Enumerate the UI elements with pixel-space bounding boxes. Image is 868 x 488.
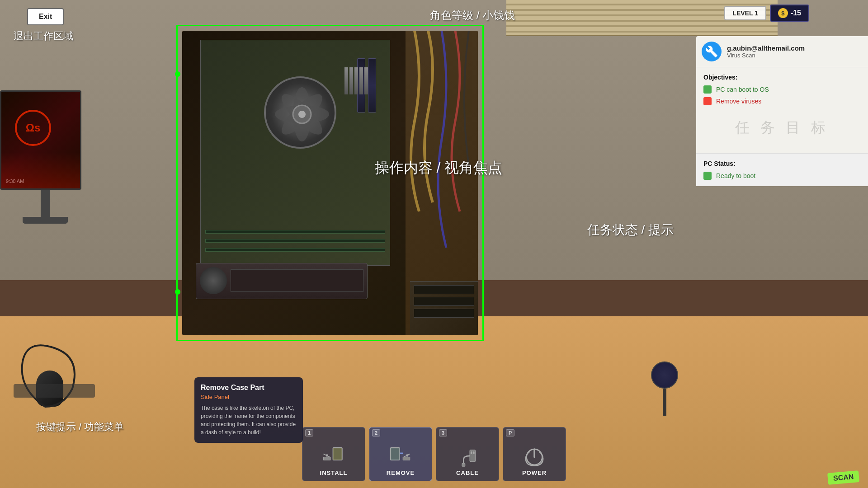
svg-rect-15 [462, 463, 465, 466]
monitor-base [23, 217, 68, 224]
label-task-status: 任务状态 / 提示 [587, 221, 674, 239]
objective-item-2: Remove viruses [703, 97, 861, 105]
svg-rect-12 [470, 450, 475, 462]
status-text: Ready to boot [716, 172, 755, 179]
money-icon: $ [778, 8, 788, 18]
panel-header-text: g.aubin@allthemail.com Virus Scan [727, 44, 805, 59]
tooltip-body: The case is like the skeleton of the PC,… [201, 404, 297, 436]
cable-label: CABLE [456, 469, 479, 476]
pc-case-inner [182, 31, 478, 335]
svg-rect-14 [473, 451, 474, 454]
keyboard-hint [14, 384, 95, 398]
toolbar-remove-button[interactable]: 2 REMOVE [369, 427, 432, 481]
objective-item-1: PC can boot to OS [703, 85, 861, 94]
svg-point-8 [326, 454, 328, 456]
svg-rect-10 [391, 448, 399, 459]
label-rank: 角色等级 / 小钱钱 [271, 8, 674, 23]
key-badge-cable: 3 [439, 429, 447, 436]
case-dot-tl [175, 71, 180, 77]
install-label: INSTALL [320, 469, 348, 476]
monitor-screen: 9:30 AM [0, 90, 81, 190]
cable-icon [456, 446, 479, 468]
objectives-section: Objectives: PC can boot to OS Remove vir… [696, 67, 868, 154]
wrench-icon [702, 42, 722, 61]
power-icon [523, 446, 546, 468]
objective-text-2: Remove viruses [716, 98, 761, 105]
level-badge: LEVEL 1 [724, 6, 766, 20]
panel-task-type: Virus Scan [727, 52, 805, 59]
storage-area [410, 281, 478, 335]
money-badge: $ -15 [770, 5, 809, 22]
status-section: PC Status: Ready to boot [696, 154, 868, 186]
pc-case-container[interactable] [176, 25, 484, 341]
monitor-logo [15, 110, 51, 146]
toolbar-power-button[interactable]: P POWER [503, 427, 566, 481]
tooltip-box: Remove Case Part Side Panel The case is … [194, 377, 303, 443]
cpu-cooler [264, 76, 336, 149]
lamp-stand [663, 389, 666, 416]
status-title: PC Status: [703, 160, 861, 167]
bottom-toolbar: 1 INSTALL 2 REMOVE 3 [0, 425, 868, 488]
key-badge-power: P [506, 429, 514, 436]
tooltip-subtitle: Side Panel [201, 394, 297, 400]
svg-rect-7 [334, 448, 341, 459]
svg-point-5 [298, 111, 306, 118]
right-panel: g.aubin@allthemail.com Virus Scan Object… [696, 36, 868, 186]
lamp-head [651, 361, 678, 389]
monitor-stand [41, 190, 50, 217]
objective-dot-2 [703, 97, 712, 105]
power-label: POWER [522, 469, 547, 476]
top-bar: LEVEL 1 $ -15 [724, 5, 809, 22]
key-badge-remove: 2 [372, 429, 380, 436]
right-decorative-object [646, 361, 683, 416]
label-exit-area: 退出工作区域 [14, 29, 73, 43]
panel-header: g.aubin@allthemail.com Virus Scan [696, 36, 868, 67]
pc-internals [182, 31, 478, 335]
remove-icon [389, 446, 412, 468]
exit-button[interactable]: Exit [27, 8, 64, 25]
toolbar-install-button[interactable]: 1 INSTALL [302, 427, 365, 481]
motherboard [200, 40, 390, 266]
toolbar-cable-button[interactable]: 3 CABLE [436, 427, 499, 481]
install-icon [322, 446, 345, 468]
panel-email: g.aubin@allthemail.com [727, 44, 805, 52]
mission-label: 任 务 目 标 [703, 109, 861, 147]
cable-svg [9, 334, 90, 416]
left-monitor: 9:30 AM [0, 90, 90, 226]
fan-blades-svg [266, 78, 338, 150]
key-badge-install: 1 [305, 429, 313, 436]
case-dot-bl [175, 289, 180, 295]
objectives-title: Objectives: [703, 74, 861, 81]
svg-point-11 [406, 454, 408, 456]
tooltip-title: Remove Case Part [201, 384, 297, 392]
heatsink [344, 67, 381, 94]
objective-text-1: PC can boot to OS [716, 86, 769, 93]
gpu [196, 263, 368, 299]
status-item: Ready to boot [703, 172, 861, 180]
status-dot [703, 172, 712, 180]
svg-rect-13 [471, 451, 472, 454]
wrench-svg [705, 45, 718, 58]
remove-label: REMOVE [387, 469, 415, 476]
money-value: -15 [791, 9, 801, 17]
pcie-slots [205, 230, 385, 252]
objective-dot-1 [703, 85, 712, 94]
